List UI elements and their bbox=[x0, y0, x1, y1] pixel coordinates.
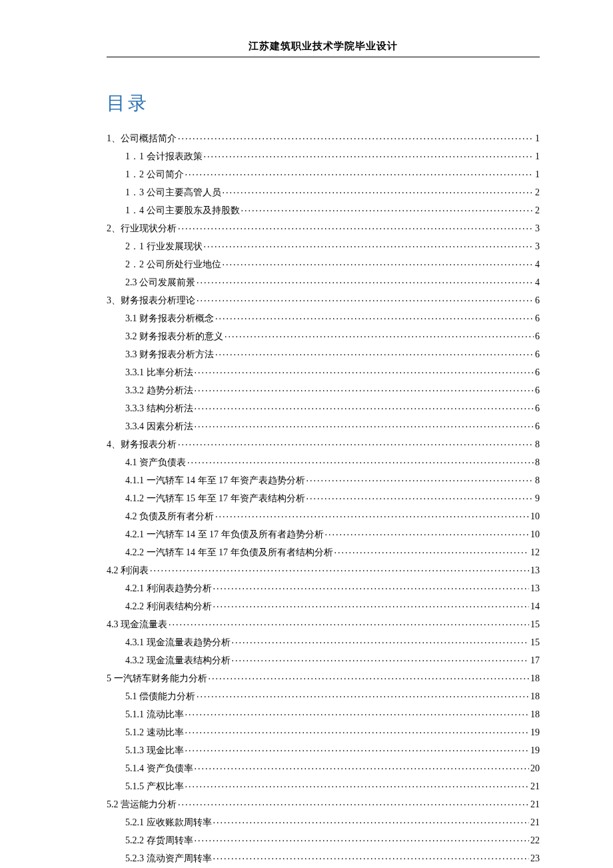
toc-entry[interactable]: 4.2 利润表13 bbox=[107, 564, 540, 575]
toc-dots bbox=[215, 348, 534, 357]
toc-entry[interactable]: 2、行业现状分析3 bbox=[107, 222, 540, 233]
toc-dots bbox=[225, 330, 534, 339]
toc-dots bbox=[187, 456, 534, 465]
toc-entry-label: 2．1 行业发展现状 bbox=[125, 242, 203, 251]
toc-entry[interactable]: 4.2.2 一汽轿车 14 年至 17 年负债及所有者结构分析12 bbox=[107, 546, 540, 557]
toc-dots bbox=[215, 312, 534, 321]
toc-entry-label: 4.2 负债及所有者分析 bbox=[125, 512, 214, 521]
toc-entry[interactable]: 3.3.3 结构分析法6 bbox=[107, 402, 540, 413]
toc-entry[interactable]: 5.1.2 速动比率19 bbox=[107, 726, 540, 737]
toc-entry[interactable]: 1、公司概括简介1 bbox=[107, 132, 540, 143]
toc-entry[interactable]: 4.1.1 一汽轿车 14 年至 17 年资产表趋势分析8 bbox=[107, 474, 540, 485]
toc-entry[interactable]: 1．2 公司简介1 bbox=[107, 168, 540, 179]
toc-entry[interactable]: 5.1.1 流动比率18 bbox=[107, 708, 540, 719]
toc-entry-label: 5.2 营运能力分析 bbox=[107, 800, 177, 809]
toc-entry[interactable]: 5.2.1 应收账款周转率21 bbox=[107, 816, 540, 827]
toc-entry[interactable]: 4.1 资产负债表8 bbox=[107, 456, 540, 467]
toc-dots bbox=[195, 420, 534, 429]
toc-entry-page: 6 bbox=[535, 296, 540, 305]
toc-entry-label: 5.1.4 资产负债率 bbox=[125, 764, 193, 773]
toc-entry-label: 4.2.2 一汽轿车 14 年至 17 年负债及所有者结构分析 bbox=[125, 548, 333, 557]
toc-dots bbox=[223, 258, 534, 267]
toc-entry-label: 5.1.2 速动比率 bbox=[125, 728, 184, 737]
toc-dots bbox=[195, 366, 534, 375]
toc-entry[interactable]: 5.2.3 流动资产周转率23 bbox=[107, 852, 540, 863]
toc-entry[interactable]: 4.2.2 利润表结构分析14 bbox=[107, 600, 540, 611]
toc-dots bbox=[334, 546, 530, 555]
toc-entry[interactable]: 3.3.1 比率分析法6 bbox=[107, 366, 540, 377]
toc-entry[interactable]: 4.2.1 一汽轿车 14 至 17 年负债及所有者趋势分析10 bbox=[107, 528, 540, 539]
toc-entry-label: 5 一汽轿车财务能力分析 bbox=[107, 674, 207, 683]
toc-dots bbox=[204, 240, 534, 249]
toc-entry[interactable]: 2．1 行业发展现状3 bbox=[107, 240, 540, 251]
toc-entry-page: 13 bbox=[530, 584, 540, 593]
toc-entry[interactable]: 5.1.5 产权比率21 bbox=[107, 780, 540, 791]
toc-entry-label: 5.1.3 现金比率 bbox=[125, 746, 184, 755]
toc-dots bbox=[185, 726, 530, 735]
toc-entry[interactable]: 4.2.1 利润表趋势分析13 bbox=[107, 582, 540, 593]
toc-entry-page: 6 bbox=[535, 314, 540, 323]
toc-entry-page: 12 bbox=[530, 548, 540, 557]
toc-entry-label: 5.2.2 存货周转率 bbox=[125, 836, 193, 845]
toc-entry-page: 14 bbox=[530, 602, 540, 611]
toc-entry-page: 8 bbox=[535, 458, 540, 467]
toc-entry-page: 15 bbox=[530, 638, 540, 647]
toc-entry-page: 22 bbox=[530, 836, 540, 845]
toc-entry-page: 6 bbox=[535, 386, 540, 395]
toc-entry-label: 3.1 财务报表分析概念 bbox=[125, 314, 214, 323]
toc-dots bbox=[178, 222, 534, 231]
toc-entry[interactable]: 3.3 财务报表分析方法6 bbox=[107, 348, 540, 359]
toc-entry-label: 2.3 公司发展前景 bbox=[125, 278, 195, 287]
toc-dots bbox=[197, 690, 529, 699]
toc-entry-label: 5.2.3 流动资产周转率 bbox=[125, 854, 212, 863]
toc-entry-label: 4.3.2 现金流量表结构分析 bbox=[125, 656, 231, 665]
toc-entry-label: 4.2.1 利润表趋势分析 bbox=[125, 584, 212, 593]
toc-entry[interactable]: 4.1.2 一汽轿车 15 年至 17 年资产表结构分析9 bbox=[107, 492, 540, 503]
toc-entry[interactable]: 5 一汽轿车财务能力分析18 bbox=[107, 672, 540, 683]
toc-entry[interactable]: 4、财务报表分析8 bbox=[107, 438, 540, 449]
toc-entry-page: 4 bbox=[535, 260, 540, 269]
toc-entry-page: 15 bbox=[530, 620, 540, 629]
toc-entry-page: 17 bbox=[530, 656, 540, 665]
toc-dots bbox=[150, 564, 529, 573]
toc-entry[interactable]: 5.1.3 现金比率19 bbox=[107, 744, 540, 755]
toc-dots bbox=[306, 492, 534, 501]
toc-entry-label: 3.3.1 比率分析法 bbox=[125, 368, 193, 377]
toc-entry[interactable]: 3.3.2 趋势分析法6 bbox=[107, 384, 540, 395]
toc-entry-label: 4.3 现金流量表 bbox=[107, 620, 167, 629]
toc-entry-page: 19 bbox=[530, 746, 540, 755]
toc-entry-label: 3.3.3 结构分析法 bbox=[125, 404, 193, 413]
toc-entry[interactable]: 3.3.4 因素分析法6 bbox=[107, 420, 540, 431]
toc-entry-page: 4 bbox=[535, 278, 540, 287]
toc-entry[interactable]: 4.3 现金流量表15 bbox=[107, 618, 540, 629]
toc-dots bbox=[178, 438, 534, 447]
toc-dots bbox=[213, 816, 530, 825]
toc-entry[interactable]: 4.3.2 现金流量表结构分析17 bbox=[107, 654, 540, 665]
toc-entry-label: 1．1 会计报表政策 bbox=[125, 152, 203, 161]
toc-entry[interactable]: 3.2 财务报表分析的意义6 bbox=[107, 330, 540, 341]
toc-entry-label: 4.1 资产负债表 bbox=[125, 458, 186, 467]
toc-entry-page: 3 bbox=[535, 224, 540, 233]
toc-entry[interactable]: 5.2.2 存货周转率22 bbox=[107, 834, 540, 845]
toc-entry[interactable]: 2．2 公司所处行业地位4 bbox=[107, 258, 540, 269]
toc-entry[interactable]: 4.2 负债及所有者分析10 bbox=[107, 510, 540, 521]
toc-entry[interactable]: 3.1 财务报表分析概念6 bbox=[107, 312, 540, 323]
toc-entry[interactable]: 4.3.1 现金流量表趋势分析15 bbox=[107, 636, 540, 647]
toc-entry-page: 13 bbox=[530, 566, 540, 575]
toc-entry[interactable]: 2.3 公司发展前景4 bbox=[107, 276, 540, 287]
toc-entry[interactable]: 5.1 偿债能力分析18 bbox=[107, 690, 540, 701]
toc-entry[interactable]: 5.1.4 资产负债率20 bbox=[107, 762, 540, 773]
toc-entry[interactable]: 3、财务报表分析理论6 bbox=[107, 294, 540, 305]
toc-entry-page: 18 bbox=[530, 710, 540, 719]
toc-entry-label: 2．2 公司所处行业地位 bbox=[125, 260, 221, 269]
toc-entry[interactable]: 5.2 营运能力分析21 bbox=[107, 798, 540, 809]
toc-entry-page: 6 bbox=[535, 368, 540, 377]
toc-dots bbox=[232, 636, 530, 645]
toc-entry[interactable]: 1．4 公司主要股东及持股数2 bbox=[107, 204, 540, 215]
toc-entry-label: 1．4 公司主要股东及持股数 bbox=[125, 206, 240, 215]
toc-dots bbox=[197, 294, 534, 303]
toc-entry[interactable]: 1．3 公司主要高管人员2 bbox=[107, 186, 540, 197]
toc-entry-label: 4.1.1 一汽轿车 14 年至 17 年资产表趋势分析 bbox=[125, 476, 305, 485]
toc-entry-page: 20 bbox=[530, 764, 540, 773]
toc-entry[interactable]: 1．1 会计报表政策1 bbox=[107, 150, 540, 161]
